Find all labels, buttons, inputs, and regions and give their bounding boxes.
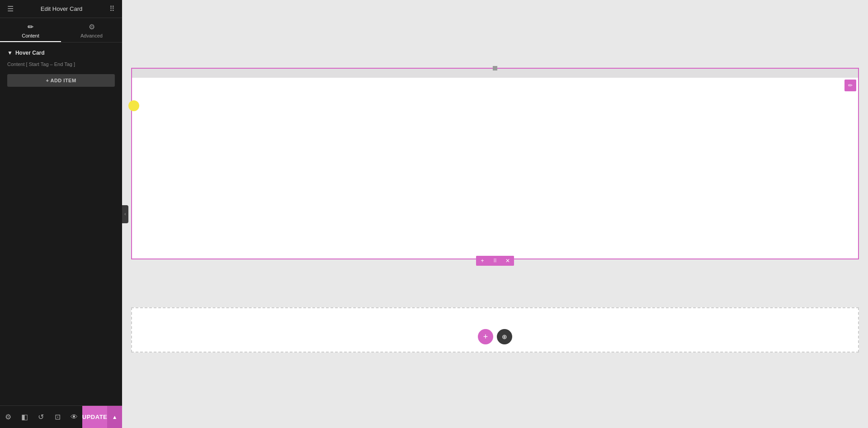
add-icon: + [481,258,484,264]
tabs-container: ✏ Content ⚙ Advanced [0,18,122,42]
collapse-handle[interactable]: ‹ [122,205,128,223]
hovercard-header-bar [132,69,858,78]
main-canvas: + ⠿ ✕ ✏ + ⊕ [122,0,868,428]
layers-footer-button[interactable]: ◧ [16,406,33,428]
bottom-dark-button[interactable]: ⊕ [497,329,512,344]
content-tab-label: Content [22,33,39,38]
hamburger-icon[interactable]: ☰ [7,5,14,13]
history-footer-button[interactable]: ↺ [33,406,49,428]
drag-controls: + ⠿ ✕ [476,256,514,266]
hovercard-selected: + ⠿ ✕ ✏ [131,68,859,259]
cursor-indicator [128,100,139,111]
section-label: Hover Card [15,50,45,56]
sidebar-header: ☰ Edit Hover Card ⠿ [0,0,122,18]
bottom-add-button[interactable]: + [478,329,493,344]
move-icon: ⠿ [493,258,497,264]
content-tag-text: Content [ Start Tag – End Tag ] [7,61,75,67]
settings-footer-button[interactable]: ⚙ [0,406,16,428]
advanced-tab-label: Advanced [80,33,103,38]
tab-content[interactable]: ✏ Content [0,18,61,42]
content-tag-row: Content [ Start Tag – End Tag ] [0,60,122,72]
sidebar-content: ▼ Hover Card Content [ Start Tag – End T… [0,42,122,405]
chevron-up-button[interactable]: ▲ [107,406,122,428]
grid-icon[interactable]: ⠿ [109,5,115,13]
content-tab-icon: ✏ [28,23,33,31]
add-section-button[interactable]: + [476,256,489,266]
sidebar: ☰ Edit Hover Card ⠿ ✏ Content ⚙ Advanced… [0,0,122,428]
bottom-dashed-section: + ⊕ [122,307,868,353]
chevron-up-icon: ▲ [112,414,118,420]
update-label: UPDATE [82,414,107,420]
sidebar-footer: ⚙ ◧ ↺ ⊡ 👁 UPDATE ▲ [0,405,122,428]
bottom-controls: + ⊕ [474,325,516,348]
pencil-icon: ✏ [848,82,853,89]
section-chevron: ▼ [7,50,13,56]
dashed-container: + ⊕ [131,307,859,353]
remove-icon: ✕ [505,258,510,264]
eye-footer-button[interactable]: 👁 [66,406,82,428]
advanced-tab-icon: ⚙ [89,23,95,31]
update-button[interactable]: UPDATE [82,406,107,428]
add-item-button[interactable]: + ADD ITEM [7,74,115,87]
tab-advanced[interactable]: ⚙ Advanced [61,18,122,42]
sidebar-title: Edit Hover Card [41,5,82,12]
resize-handle-top[interactable] [493,66,497,71]
add-item-label: + ADD ITEM [46,78,76,83]
edit-pencil-button[interactable]: ✏ [844,80,856,91]
remove-section-button[interactable]: ✕ [501,256,514,266]
responsive-footer-button[interactable]: ⊡ [49,406,66,428]
drag-move-handle[interactable]: ⠿ [489,256,501,266]
hovercard-body: ✏ [132,78,858,259]
hover-card-section-header[interactable]: ▼ Hover Card [0,48,122,60]
hovercard-wrapper: + ⠿ ✕ ✏ [122,68,868,259]
